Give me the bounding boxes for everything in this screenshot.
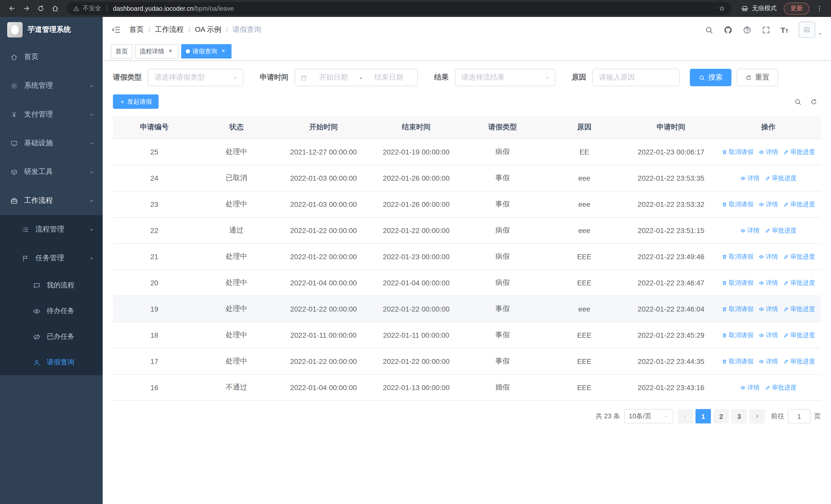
cancel-link[interactable]: 取消请假 (722, 278, 753, 287)
detail-link[interactable]: 详情 (758, 252, 778, 261)
sidebar-item-dev-tools[interactable]: 研发工具 (0, 157, 103, 186)
create-leave-button[interactable]: 发起请假 (113, 94, 159, 109)
tab-leave-query[interactable]: 请假查询× (181, 44, 231, 59)
fullscreen-icon[interactable] (762, 25, 770, 34)
browser-menu-button[interactable] (812, 2, 826, 15)
cancel-link[interactable]: 取消请假 (722, 148, 753, 156)
progress-link[interactable]: 审批进度 (783, 200, 815, 209)
browser-forward-button[interactable] (20, 2, 33, 15)
text-size-icon[interactable]: TT (780, 26, 789, 34)
bookmark-star-icon[interactable] (719, 5, 725, 12)
browser-back-button[interactable] (5, 2, 19, 15)
table-cell: 处理中 (196, 139, 277, 165)
cancel-link[interactable]: 取消请假 (722, 331, 753, 339)
detail-link[interactable]: 详情 (740, 383, 760, 392)
detail-icon (758, 202, 764, 207)
table-cell: 病假 (462, 217, 543, 243)
table-cell: eee (543, 165, 626, 191)
tab-close-icon[interactable]: × (167, 48, 174, 55)
browser-update-button[interactable]: 更新 (784, 2, 809, 14)
sidebar-item-process-management[interactable]: 流程管理 (0, 215, 103, 244)
sidebar-item-done-tasks[interactable]: 已办任务 (0, 324, 103, 350)
sidebar-item-infrastructure[interactable]: 基础设施 (0, 129, 103, 157)
active-tab-dot (186, 49, 190, 53)
breadcrumb-separator: / (226, 26, 228, 34)
page-button-2[interactable]: 2 (713, 409, 729, 423)
tab-home[interactable]: 首页 (111, 44, 133, 59)
progress-link[interactable]: 审批进度 (765, 174, 797, 182)
progress-link[interactable]: 审批进度 (783, 357, 815, 366)
chevron-down-icon (89, 83, 94, 89)
reset-button[interactable]: 重置 (737, 69, 778, 86)
github-icon[interactable] (723, 25, 732, 34)
browser-reload-button[interactable] (34, 2, 47, 15)
page-button-1[interactable]: 1 (695, 409, 711, 423)
progress-link[interactable]: 审批进度 (783, 278, 815, 287)
chevron-right-icon (754, 413, 760, 419)
next-page-button[interactable] (749, 409, 765, 423)
sidebar-item-home[interactable]: 首页 (0, 42, 103, 71)
breadcrumb-item[interactable]: 首页 (130, 25, 144, 34)
browser-home-button[interactable] (48, 2, 62, 15)
detail-link[interactable]: 详情 (758, 148, 778, 156)
search-button[interactable]: 搜索 (690, 69, 732, 86)
tab-process-detail[interactable]: 流程详情× (135, 44, 179, 59)
sidebar-toggle-button[interactable] (111, 25, 121, 35)
progress-link[interactable]: 审批进度 (765, 383, 797, 392)
table-cell: 病假 (462, 139, 543, 165)
user-menu[interactable] (799, 22, 823, 38)
tab-close-icon[interactable]: × (220, 48, 227, 55)
breadcrumb-item[interactable]: OA 示例 (195, 25, 222, 34)
detail-link[interactable]: 详情 (758, 278, 778, 287)
chevron-down-icon (89, 112, 94, 117)
detail-link[interactable]: 详情 (740, 174, 760, 182)
table-cell: 2022-01-22 23:43:16 (626, 375, 716, 401)
progress-icon (783, 332, 789, 338)
sidebar-item-payment-management[interactable]: 支付管理 (0, 100, 103, 129)
chevron-down-icon (232, 74, 239, 81)
cancel-link[interactable]: 取消请假 (722, 200, 753, 209)
detail-link[interactable]: 详情 (758, 357, 778, 366)
toggle-search-icon[interactable] (794, 98, 802, 106)
progress-link[interactable]: 审批进度 (783, 305, 815, 313)
progress-link[interactable]: 审批进度 (765, 226, 797, 235)
cancel-icon (722, 332, 727, 338)
help-icon[interactable] (742, 25, 751, 34)
monitor-icon (10, 139, 18, 147)
page-size-select[interactable]: 10条/页 (624, 409, 674, 423)
progress-link[interactable]: 审批进度 (783, 252, 815, 261)
leave-type-select[interactable]: 请选择请假类型 (148, 69, 243, 86)
cancel-link[interactable]: 取消请假 (722, 252, 753, 261)
result-select[interactable]: 请选择流结果 (455, 69, 555, 86)
detail-link[interactable]: 详情 (758, 305, 778, 313)
refresh-table-icon[interactable] (810, 98, 818, 106)
table-row: 18处理中2022-01-11 00:00:002022-01-11 00:00… (113, 322, 821, 348)
progress-link[interactable]: 审批进度 (783, 331, 815, 339)
sidebar-item-label: 我的流程 (47, 281, 75, 290)
sidebar-item-my-process[interactable]: 我的流程 (0, 272, 103, 298)
cancel-link[interactable]: 取消请假 (722, 357, 753, 366)
logo-image (7, 22, 23, 37)
detail-link[interactable]: 详情 (758, 331, 778, 339)
address-bar[interactable]: 不安全 dashboard.yudao.iocoder.cn/bpm/oa/le… (67, 2, 732, 15)
prev-page-button[interactable] (678, 409, 693, 423)
sidebar-item-label: 系统管理 (24, 81, 53, 90)
sidebar-item-task-management[interactable]: 任务管理 (0, 244, 103, 272)
sidebar-item-leave-query[interactable]: 请假查询 (0, 350, 103, 375)
column-header: 结束时间 (370, 116, 462, 139)
progress-link[interactable]: 审批进度 (783, 148, 815, 156)
goto-page-input[interactable] (788, 409, 810, 423)
reason-input[interactable]: 请输入原因 (592, 69, 680, 86)
sidebar-item-workflow[interactable]: 工作流程 (0, 186, 103, 215)
cancel-link[interactable]: 取消请假 (722, 305, 753, 313)
apply-time-range-picker[interactable]: 开始日期 - 结束日期 (295, 69, 418, 86)
app-logo[interactable]: 芋道管理系统 (0, 17, 103, 42)
page-button-3[interactable]: 3 (732, 409, 747, 423)
sidebar-item-todo-tasks[interactable]: 待办任务 (0, 298, 103, 324)
header-search-icon[interactable] (705, 25, 713, 34)
flag-icon (22, 254, 29, 262)
detail-link[interactable]: 详情 (758, 200, 778, 209)
sidebar-item-system-management[interactable]: 系统管理 (0, 71, 103, 100)
breadcrumb-item[interactable]: 工作流程 (155, 25, 184, 34)
detail-link[interactable]: 详情 (740, 226, 760, 235)
